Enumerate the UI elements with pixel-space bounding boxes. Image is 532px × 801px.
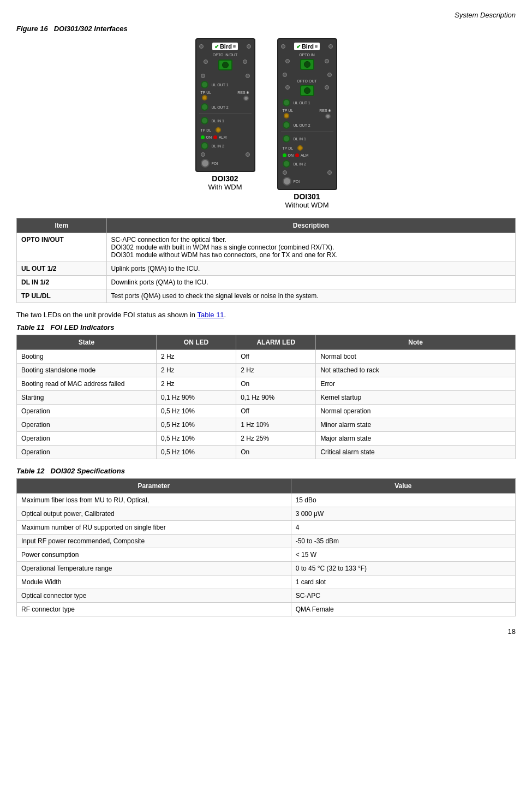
table11-link[interactable]: Table 11 [197, 311, 224, 319]
table11-cell-alarm_led: Off [236, 350, 316, 364]
doi301-wrapper: ✔ Bird® OPTO IN OPTO OUT [277, 38, 337, 209]
tp-dl-port-302 [216, 127, 221, 133]
table12-param: Module Width [17, 575, 291, 589]
table11-cell-alarm_led: On [236, 377, 316, 391]
table11-cell-state: Starting [17, 391, 157, 405]
table11-cell-on_led: 2 Hz [156, 364, 236, 377]
screw-r2 [246, 74, 250, 78]
t11-th-note: Note [316, 335, 516, 350]
table11-row: Operation0,5 Hz 10%2 Hz 25%Major alarm s… [17, 432, 516, 446]
divider1-302 [199, 114, 252, 114]
screw-r2-301 [327, 73, 332, 77]
interfaces-th-item: Item [17, 218, 107, 233]
table12-value: -50 to -35 dBm [291, 535, 515, 548]
brand-logo-302: ✔ Bird® [212, 43, 238, 50]
table12-row: RF connector typeQMA Female [17, 603, 516, 616]
screw-l2-301 [283, 73, 287, 77]
dl-in1-port-302 [201, 117, 208, 124]
ul-out1-row-301: UL OUT 1 [281, 98, 333, 107]
table11-cell-alarm_led: 2 Hz 25% [236, 432, 316, 446]
interfaces-desc: Test ports (QMA) used to check the signa… [106, 289, 515, 303]
table12-row: Module Width1 card slot [17, 575, 516, 589]
tp-dl-row-301: TP DL [281, 145, 333, 151]
table11-cell-state: Operation [17, 405, 157, 418]
table11-cell-note: Major alarm state [316, 432, 516, 446]
table12-row: Maximum number of RU supported on single… [17, 521, 516, 535]
table11-cell-state: Operation [17, 446, 157, 459]
doi301-card: ✔ Bird® OPTO IN OPTO OUT [277, 38, 337, 190]
divider1-301 [281, 132, 333, 132]
table12-value: SC-APC [291, 589, 515, 603]
alm-led-301 [295, 153, 299, 157]
ul-out1-label-301: UL OUT 1 [294, 101, 310, 105]
ul-out2-label-301: UL OUT 2 [294, 123, 310, 127]
table11-row: Operation0,5 Hz 10%OnCritical alarm stat… [17, 446, 516, 459]
table12-row: Power consumption< 15 W [17, 548, 516, 562]
page-header: System Description [16, 11, 516, 19]
opto-connector-302 [218, 60, 232, 70]
table11-title: Table 11 FOI LED Indicators [16, 323, 516, 331]
table11-cell-on_led: 2 Hz [156, 350, 236, 364]
screw-r1-301 [325, 59, 329, 63]
led-row-301: ON ALM [281, 153, 333, 158]
interfaces-row: DL IN 1/2Downlink ports (QMA) to the ICU… [17, 276, 516, 289]
screw-bl-302 [201, 152, 205, 157]
doi302-wrapper: ✔ Bird® OPTO IN/OUT U [195, 38, 255, 209]
header-title: System Description [455, 11, 516, 19]
foi-connector-302 [201, 159, 210, 168]
alm-led-302 [213, 135, 217, 139]
ul-out2-port-301 [283, 121, 290, 129]
tp-ul-port-301 [284, 113, 289, 118]
doi302-card: ✔ Bird® OPTO IN/OUT U [195, 38, 255, 172]
interfaces-item: DL IN 1/2 [17, 276, 107, 289]
table11-cell-on_led: 0,1 Hz 90% [156, 391, 236, 405]
table11-cell-state: Operation [17, 418, 157, 432]
screw-tr-301 [328, 44, 333, 49]
ul-out1-row-302: UL OUT 1 [199, 80, 252, 89]
table12-row: Maximum fiber loss from MU to RU, Optica… [17, 494, 516, 507]
screw-bl-301 [283, 170, 287, 175]
dl-in1-port-301 [283, 135, 290, 143]
res-port-302 [243, 96, 249, 101]
led-row-302: ON ALM [199, 135, 252, 140]
dl-in2-label-301: DL IN 2 [294, 162, 306, 166]
interfaces-row: TP UL/DLTest ports (QMA) used to check t… [17, 289, 516, 303]
ul-out2-label-302: UL OUT 2 [212, 105, 229, 109]
dl-in2-row-301: DL IN 2 [281, 159, 333, 168]
interfaces-item: TP UL/DL [17, 289, 107, 303]
dl-in2-port-301 [283, 160, 290, 168]
table11-cell-note: Minor alarm state [316, 418, 516, 432]
doi301-label: DOI301 Without WDM [285, 192, 328, 209]
ul-out2-row-302: UL OUT 2 [199, 103, 252, 111]
doi302-label: DOI302 With WDM [208, 174, 242, 191]
interfaces-th-desc: Description [106, 218, 515, 233]
opto-in-connector-301 [300, 59, 314, 70]
foi-label-301: FOI [294, 180, 300, 183]
screw-l3-301 [285, 85, 290, 90]
tp-ul-port-302 [202, 95, 207, 100]
table12-row: Operational Temperature range0 to 45 °C … [17, 562, 516, 575]
table11-cell-on_led: 0,5 Hz 10% [156, 432, 236, 446]
table12-param: Input RF power recommended, Composite [17, 535, 291, 548]
foi-connector-301 [283, 177, 291, 186]
on-led-302 [201, 135, 205, 139]
interfaces-item: OPTO IN/OUT [17, 233, 107, 262]
interfaces-row: UL OUT 1/2Uplink ports (QMA) to the ICU. [17, 262, 516, 276]
table12-row: Optical connector typeSC-APC [17, 589, 516, 603]
brand-logo-301: ✔ Bird® [294, 43, 320, 50]
interfaces-item: UL OUT 1/2 [17, 262, 107, 276]
opto-out-connector-301 [300, 85, 314, 96]
table11-cell-state: Booting standalone mode [17, 364, 157, 377]
table11-cell-on_led: 0,5 Hz 10% [156, 405, 236, 418]
page-number: 18 [16, 627, 516, 636]
table11-cell-note: Error [316, 377, 516, 391]
t11-th-on: ON LED [156, 335, 236, 350]
table11-row: Booting standalone mode2 Hz2 HzNot attac… [17, 364, 516, 377]
table11-cell-alarm_led: 1 Hz 10% [236, 418, 316, 432]
table12-param: Optical output power, Calibrated [17, 507, 291, 521]
table12: Parameter Value Maximum fiber loss from … [16, 478, 516, 616]
table11-cell-note: Critical alarm state [316, 446, 516, 459]
ul-out2-row-301: UL OUT 2 [281, 121, 333, 129]
interfaces-table: Item Description OPTO IN/OUTSC-APC conne… [16, 218, 516, 303]
table12-param: Maximum number of RU supported on single… [17, 521, 291, 535]
